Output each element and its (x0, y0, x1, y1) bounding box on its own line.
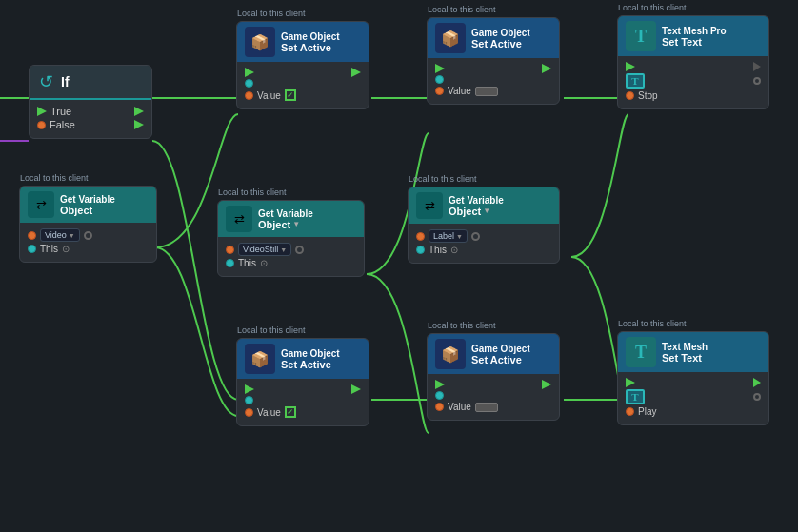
go-set-active-2-label-top: Local to this client (428, 5, 496, 14)
obj-port-teal2 (435, 75, 444, 84)
text-mesh-1-icon: T (626, 21, 656, 51)
value-input2[interactable] (475, 87, 498, 96)
if-node-body: True False (30, 100, 151, 138)
text-mesh-2-circle-out (753, 393, 761, 401)
value-input4[interactable] (475, 403, 498, 412)
get-var-ml-dropdown-icon[interactable]: ▼ (292, 220, 300, 228)
go-set-active-2-title: Game Object Set Active (471, 28, 530, 49)
if-true-out-arrow (134, 107, 144, 116)
get-var-mr-body: Label ▼ This ⊙ (409, 224, 559, 263)
get-var-ml-dropdown1[interactable]: VideoStill ▼ (238, 243, 291, 256)
if-true-label: True (50, 106, 130, 117)
go-set-active-2-icon: 📦 (435, 23, 466, 53)
go-set-active-2-node: Local to this client 📦 Game Object Set A… (427, 17, 560, 105)
get-var-bottom-title1: Get Variable (60, 194, 115, 205)
text-mesh-1-stop-label: Stop (638, 90, 658, 101)
get-var-bottom-label-top: Local to this client (20, 173, 89, 183)
go-set-active-1-exec-row (245, 68, 361, 77)
go-set-active-3-value-row: Value ✓ (245, 406, 361, 418)
get-var-ml-t1: Get Variable (258, 208, 313, 219)
text-mesh-2-title: Text Mesh Set Text (662, 342, 708, 364)
get-var-bottom-field2: This (40, 244, 58, 254)
go-set-active-3-node: Local to this client 📦 Game Object Set A… (236, 338, 369, 426)
exec-in-arrow4 (435, 380, 445, 389)
exec-out-arrow4 (542, 380, 551, 389)
get-var-bottom-field1-row: Video ▼ (28, 228, 149, 242)
go-set-active-3-title: Game Object Set Active (281, 348, 340, 370)
go-set-active-1-icon: 📦 (245, 27, 275, 57)
if-false-label: False (50, 119, 130, 130)
get-var-mr-label-top: Local to this client (409, 174, 477, 184)
go-set-active-1-obj-row (245, 79, 361, 88)
get-var-mr-dropdown1[interactable]: Label ▼ (429, 229, 468, 243)
exec-in-arrow2 (435, 64, 445, 73)
get-var-mr-t1: Get Variable (449, 195, 504, 206)
get-var-ml-circle-btn[interactable]: ⊙ (260, 258, 268, 268)
text-mesh-2-t-row: T (626, 389, 761, 404)
chevron-down-icon: ▼ (69, 232, 75, 239)
value-checkbox[interactable]: ✓ (285, 89, 296, 101)
go-set-active-3-obj-row (245, 396, 361, 404)
get-var-mr-field1-row: Label ▼ (416, 229, 551, 243)
get-var-mr-title: Get Variable Object ▼ (449, 195, 504, 217)
if-node-title: If (61, 74, 70, 89)
get-var-bottom-node: Local to this client ⇄ Get Variable Obje… (19, 186, 157, 263)
go-set-active-4-exec-row (435, 380, 551, 389)
go-set-active-3-header: 📦 Game Object Set Active (237, 339, 369, 379)
if-false-out-arrow (134, 120, 144, 129)
chevron-down-ml: ▼ (280, 246, 287, 253)
get-var-mr-right-port1 (471, 232, 480, 241)
exec-out-arrow3 (351, 384, 361, 394)
go-set-active-1-header: 📦 Game Object Set Active (237, 22, 369, 62)
exec-out-arrow (351, 68, 361, 77)
exec-in-tm1 (626, 62, 635, 71)
get-var-mid-right-node: Local to this client ⇄ Get Variable Obje… (408, 187, 560, 264)
text-mesh-2-header: T Text Mesh Set Text (618, 332, 768, 372)
go-set-active-4-value-row: Value (435, 402, 551, 412)
get-var-bottom-circle-btn[interactable]: ⊙ (62, 244, 70, 254)
text-mesh-1-label-top: Local to this client (618, 3, 687, 12)
go-set-active-4-t1: Game Object (471, 344, 530, 354)
go-set-active-4-t2: Set Active (471, 354, 530, 365)
get-var-bottom-teal-port (28, 245, 36, 253)
get-var-mr-circle-btn[interactable]: ⊙ (450, 245, 458, 255)
go-set-active-3-icon: 📦 (245, 344, 275, 374)
go-set-active-2-obj-row (435, 75, 551, 84)
get-var-mr-field2: This (429, 245, 447, 255)
text-mesh-1-body: T Stop (618, 56, 768, 108)
go-set-active-1-label-top: Local to this client (237, 9, 306, 18)
get-var-ml-header: ⇄ Get Variable Object ▼ (218, 201, 364, 237)
value-port-orange3 (245, 408, 253, 417)
go-set-active-1-node: Local to this client 📦 Game Object Set A… (236, 21, 369, 109)
get-var-bottom-field1: Video (45, 230, 67, 240)
get-var-ml-field2: This (238, 258, 256, 268)
exec-in-arrow (245, 68, 254, 77)
text-mesh-2-icon: T (626, 337, 656, 367)
go-set-active-4-label-top: Local to this client (428, 321, 496, 330)
text-mesh-2-t1: Text Mesh (662, 342, 708, 352)
value-checkbox3[interactable]: ✓ (285, 406, 296, 418)
exec-in-arrow3 (245, 384, 254, 394)
get-var-bottom-header: ⇄ Get Variable Object (20, 187, 156, 223)
node-graph-canvas: ↺ If True False Local to this client ⇄ G… (0, 0, 798, 532)
get-var-bottom-body: Video ▼ This ⊙ (20, 223, 156, 262)
get-var-ml-title: Get Variable Object ▼ (258, 208, 313, 230)
go-set-active-1-value-label: Value (257, 90, 281, 101)
go-set-active-4-icon: 📦 (435, 339, 466, 369)
text-mesh-2-play-label: Play (638, 406, 656, 417)
get-var-ml-icon: ⇄ (226, 206, 252, 232)
get-var-mr-orange (416, 232, 425, 241)
text-mesh-1-title: Text Mesh Pro Set Text (662, 26, 727, 48)
obj-port-teal4 (435, 391, 444, 400)
text-mesh-1-t1: Text Mesh Pro (662, 26, 727, 36)
get-var-mr-field1: Label (433, 231, 454, 241)
go-set-active-2-exec-row (435, 64, 551, 73)
get-var-ml-right-port1 (295, 246, 304, 254)
go-set-active-1-title: Game Object Set Active (281, 31, 340, 53)
go-set-active-1-t2: Set Active (281, 42, 340, 53)
if-refresh-icon: ↺ (39, 71, 53, 92)
get-var-mr-dropdown-icon[interactable]: ▼ (483, 207, 490, 215)
get-var-bottom-dropdown1[interactable]: Video ▼ (40, 228, 80, 242)
go-set-active-3-value-label: Value (257, 407, 281, 418)
get-var-bottom-title: Get Variable Object (60, 194, 115, 216)
